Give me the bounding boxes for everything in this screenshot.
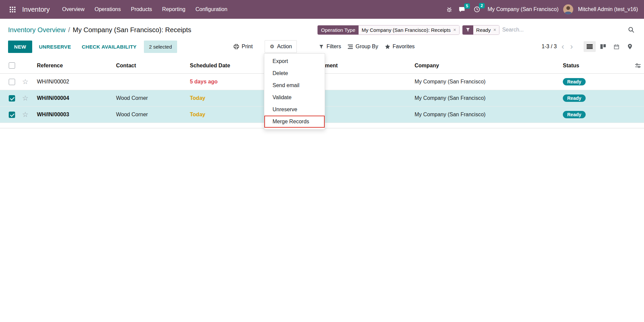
cell-company: My Company (San Francisco) [411, 74, 559, 90]
gear-icon: ⚙ [270, 44, 274, 50]
breadcrumb: Inventory Overview/My Company (San Franc… [8, 26, 191, 34]
systray: 5 2 My Company (San Francisco) Mitchell … [445, 4, 638, 14]
breadcrumb-separator: / [68, 26, 70, 34]
column-header-company[interactable]: Company [411, 58, 559, 74]
search-icon[interactable] [627, 25, 636, 35]
menu-item-delete[interactable]: Delete [264, 67, 325, 79]
print-button[interactable]: Print [230, 41, 256, 53]
search-facet-operation-type: Operation Type My Company (San Francisco… [317, 25, 460, 35]
search-facet-ready: Ready × [462, 25, 500, 35]
map-view-button[interactable] [624, 41, 636, 52]
action-menu-button[interactable]: ⚙ Action [265, 40, 297, 53]
breadcrumb-parent-link[interactable]: Inventory Overview [8, 26, 65, 34]
control-panel: NEW UNRESERVE CHECK AVAILABILITY 2 selec… [0, 39, 644, 58]
row-checkbox[interactable] [9, 79, 15, 85]
filters-button[interactable]: Filters [316, 41, 344, 53]
cell-reference: WH/IN/00003 [34, 107, 113, 123]
print-label: Print [242, 44, 253, 50]
pager-previous-icon[interactable]: ‹ [560, 43, 566, 51]
calendar-view-icon [614, 44, 619, 49]
calendar-view-button[interactable] [610, 41, 623, 52]
menu-overview[interactable]: Overview [57, 3, 90, 15]
cell-contact: Wood Corner [113, 107, 186, 123]
breadcrumb-row: Inventory Overview/My Company (San Franc… [0, 19, 644, 39]
printer-icon [233, 44, 239, 49]
status-badge: Ready [563, 94, 586, 102]
pager-next-icon[interactable]: › [569, 43, 574, 51]
menu-item-merge-records[interactable]: Merge Records [264, 116, 325, 128]
facet-value: My Company (San Francisco): Receipts [362, 27, 450, 33]
menu-operations[interactable]: Operations [90, 3, 126, 15]
unreserve-button[interactable]: UNRESERVE [35, 41, 75, 53]
column-header-contact[interactable]: Contact [113, 58, 186, 74]
favorites-label: Favorites [393, 44, 415, 50]
menu-reporting[interactable]: Reporting [157, 3, 190, 15]
group-by-label: Group By [356, 44, 378, 50]
menu-item-export[interactable]: Export [264, 55, 325, 67]
user-avatar[interactable] [563, 4, 573, 14]
cell-reference: WH/IN/00004 [34, 90, 113, 107]
menu-item-validate[interactable]: Validate [264, 91, 325, 104]
main-menu: Overview Operations Products Reporting C… [57, 3, 232, 15]
facet-remove-icon[interactable]: × [493, 27, 496, 32]
company-switcher[interactable]: My Company (San Francisco) [488, 6, 559, 12]
list-view-button[interactable] [584, 41, 596, 52]
menu-products[interactable]: Products [126, 3, 157, 15]
facet-remove-icon[interactable]: × [453, 27, 456, 32]
kanban-view-button[interactable] [597, 41, 609, 52]
funnel-icon [319, 45, 324, 49]
group-by-icon [348, 45, 353, 49]
cell-company: My Company (San Francisco) [411, 90, 559, 107]
new-button[interactable]: NEW [8, 41, 32, 53]
favorites-button[interactable]: Favorites [382, 41, 418, 53]
status-badge: Ready [563, 78, 586, 85]
filter-funnel-icon [466, 28, 470, 32]
app-name[interactable]: Inventory [22, 6, 50, 13]
action-dropdown-menu: Export Delete Send email Validate Unrese… [264, 53, 325, 130]
favorite-star-icon[interactable]: ☆ [22, 78, 29, 85]
breadcrumb-current: My Company (San Francisco): Receipts [73, 26, 191, 34]
pager: 1-3 / 3 ‹ › [542, 43, 574, 51]
facet-category-label: Operation Type [318, 25, 359, 35]
favorite-star-icon[interactable]: ☆ [22, 111, 29, 118]
user-menu[interactable]: Mitchell Admin (test_v16) [578, 6, 638, 12]
activities-count-badge: 2 [479, 3, 485, 8]
menu-configuration[interactable]: Configuration [191, 3, 232, 15]
kanban-view-icon [600, 44, 606, 49]
menu-item-send-email[interactable]: Send email [264, 79, 325, 91]
favorites-star-icon [385, 44, 390, 49]
group-by-button[interactable]: Group By [344, 41, 382, 53]
column-header-reference[interactable]: Reference [34, 58, 113, 74]
cell-reference: WH/IN/00002 [34, 74, 113, 90]
check-availability-button[interactable]: CHECK AVAILABILITY [78, 41, 141, 53]
select-all-checkbox[interactable] [9, 62, 15, 69]
search-bar: Operation Type My Company (San Francisco… [317, 25, 636, 35]
view-switcher [584, 41, 636, 52]
row-checkbox[interactable] [9, 112, 15, 118]
action-label: Action [277, 44, 292, 50]
row-checkbox[interactable] [9, 95, 15, 102]
column-header-status[interactable]: Status [559, 58, 631, 74]
map-pin-icon [628, 44, 632, 49]
cell-company: My Company (San Francisco) [411, 107, 559, 123]
messages-count-badge: 5 [464, 3, 470, 9]
top-navbar: Inventory Overview Operations Products R… [0, 0, 644, 19]
optional-columns-icon[interactable] [634, 63, 641, 68]
cell-contact [113, 74, 186, 90]
debug-bug-icon[interactable] [445, 5, 453, 14]
favorite-star-icon[interactable]: ☆ [22, 94, 29, 102]
list-view-icon [587, 44, 593, 49]
search-input[interactable] [502, 27, 624, 33]
facet-value: Ready [476, 27, 491, 33]
filters-label: Filters [326, 44, 341, 50]
apps-grid-icon[interactable] [6, 3, 19, 16]
activities-clock-icon[interactable]: 2 [473, 5, 481, 14]
messages-icon[interactable]: 5 [458, 5, 466, 14]
cell-contact: Wood Corner [113, 90, 186, 107]
selected-count-badge: 2 selected [144, 41, 177, 53]
menu-item-unreserve[interactable]: Unreserve [264, 104, 325, 116]
pager-range[interactable]: 1-3 / 3 [542, 44, 557, 50]
status-badge: Ready [563, 111, 586, 118]
grid-icon [9, 6, 16, 13]
